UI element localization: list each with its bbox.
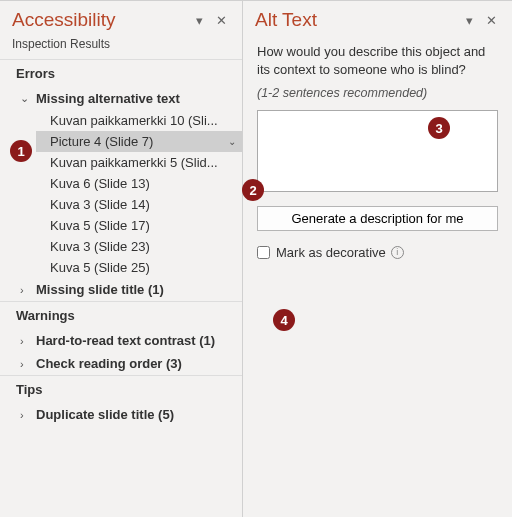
error-item[interactable]: Kuva 6 (Slide 13)	[36, 173, 242, 194]
errors-section: Errors	[0, 59, 242, 87]
error-item[interactable]: Kuva 5 (Slide 17)	[36, 215, 242, 236]
info-icon[interactable]: i	[391, 246, 404, 259]
chevron-right-icon: ›	[20, 409, 36, 421]
callout-badge-3: 3	[428, 117, 450, 139]
error-item[interactable]: Kuvan paikkamerkki 5 (Slid...	[36, 152, 242, 173]
group-label: Hard-to-read text contrast (1)	[36, 333, 215, 348]
error-item[interactable]: Kuvan paikkamerkki 10 (Sli...	[36, 110, 242, 131]
chevron-down-icon: ⌄	[20, 92, 36, 105]
chevron-right-icon: ›	[20, 335, 36, 347]
error-item[interactable]: Picture 4 (Slide 7) ⌄	[36, 131, 242, 152]
group-label: Missing alternative text	[36, 91, 180, 106]
callout-badge-4: 4	[273, 309, 295, 331]
group-label: Duplicate slide title (5)	[36, 407, 174, 422]
error-item[interactable]: Kuva 5 (Slide 25)	[36, 257, 242, 278]
close-icon[interactable]: ✕	[210, 9, 232, 31]
tips-section: Tips	[0, 375, 242, 403]
callout-badge-1: 1	[10, 140, 32, 162]
accessibility-pane: Accessibility ▾ ✕ Inspection Results Err…	[0, 1, 243, 517]
warnings-section: Warnings	[0, 301, 242, 329]
group-missing-slide-title[interactable]: › Missing slide title (1)	[0, 278, 242, 301]
mark-decorative-checkbox[interactable]	[257, 246, 270, 259]
chevron-down-icon[interactable]: ⌄	[228, 136, 236, 147]
group-check-reading-order[interactable]: › Check reading order (3)	[0, 352, 242, 375]
alt-text-pane: Alt Text ▾ ✕ How would you describe this…	[243, 1, 512, 517]
chevron-right-icon: ›	[20, 358, 36, 370]
callout-badge-2: 2	[242, 179, 264, 201]
alt-text-description: How would you describe this object and i…	[243, 35, 512, 80]
close-icon[interactable]: ✕	[480, 9, 502, 31]
alt-text-hint: (1-2 sentences recommended)	[243, 80, 512, 110]
accessibility-title: Accessibility	[12, 9, 188, 31]
error-item[interactable]: Kuva 3 (Slide 23)	[36, 236, 242, 257]
pane-options-icon[interactable]: ▾	[458, 9, 480, 31]
pane-options-icon[interactable]: ▾	[188, 9, 210, 31]
alt-text-input[interactable]	[257, 110, 498, 192]
generate-description-button[interactable]: Generate a description for me	[257, 206, 498, 231]
group-hard-to-read[interactable]: › Hard-to-read text contrast (1)	[0, 329, 242, 352]
group-label: Missing slide title (1)	[36, 282, 164, 297]
mark-decorative-label: Mark as decorative	[276, 245, 386, 260]
group-label: Check reading order (3)	[36, 356, 182, 371]
error-item[interactable]: Kuva 3 (Slide 14)	[36, 194, 242, 215]
alt-text-title: Alt Text	[255, 9, 458, 31]
chevron-right-icon: ›	[20, 284, 36, 296]
missing-alt-item-list: Kuvan paikkamerkki 10 (Sli... Picture 4 …	[0, 110, 242, 278]
group-duplicate-slide-title[interactable]: › Duplicate slide title (5)	[0, 403, 242, 426]
inspection-results-label: Inspection Results	[0, 35, 242, 59]
group-missing-alt-text[interactable]: ⌄ Missing alternative text	[0, 87, 242, 110]
